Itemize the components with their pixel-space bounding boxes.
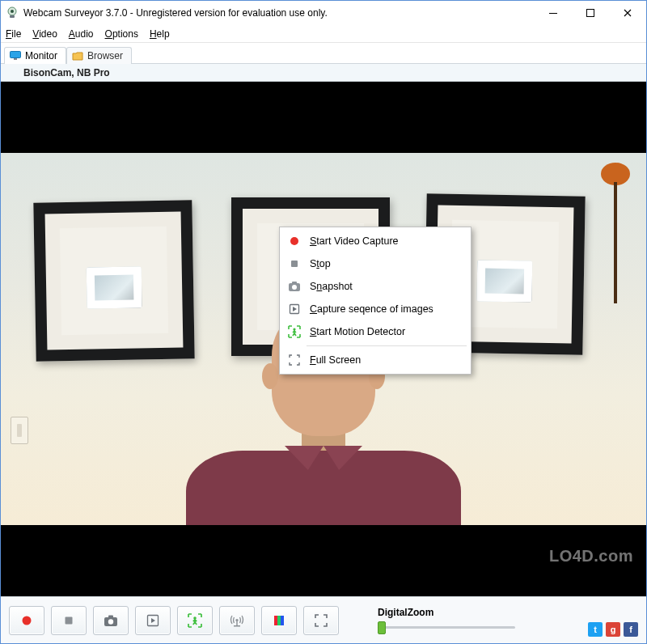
fullscreen-icon [287, 353, 302, 367]
record-button[interactable] [9, 606, 44, 635]
svg-rect-19 [108, 615, 113, 617]
svg-rect-2 [10, 15, 15, 18]
menu-video[interactable]: Video [32, 28, 57, 40]
camera-name-bar: BisonCam, NB Pro [1, 64, 646, 82]
googleplus-icon[interactable]: g [606, 622, 620, 637]
svg-point-13 [292, 285, 297, 290]
tab-monitor[interactable]: Monitor [4, 47, 66, 64]
cm-snapshot[interactable]: Snapshot Snapshot [282, 275, 468, 298]
svg-point-9 [290, 237, 298, 245]
stop-button[interactable] [51, 606, 87, 635]
app-icon [6, 6, 19, 19]
digital-zoom-label: DigitalZoom [378, 607, 433, 618]
facebook-icon[interactable]: f [624, 622, 638, 637]
app-window: Webcam Surveyor 3.7.0 - Unregistered ver… [0, 0, 647, 644]
cm-label: Capture seqence of images [310, 303, 433, 315]
cm-stop[interactable]: Stop Stop [282, 252, 468, 275]
cm-label: Start Video Capture [310, 235, 399, 247]
capture-sequence-button[interactable] [135, 606, 171, 635]
svg-rect-10 [291, 261, 298, 267]
bottom-toolbar: DigitalZoom t g f [1, 596, 646, 643]
menu-file[interactable]: File [6, 28, 21, 40]
svg-rect-24 [236, 621, 237, 625]
motion-icon [287, 324, 302, 339]
cm-capture-sequence[interactable]: Capture seqence of images Capture seqenc… [282, 298, 468, 320]
svg-rect-3 [549, 13, 557, 14]
cm-start-video-capture[interactable]: Start Video Capture Start Video Capture [282, 230, 468, 252]
svg-rect-17 [66, 616, 73, 624]
menu-audio[interactable]: Audio [69, 28, 94, 40]
twitter-icon[interactable]: t [588, 622, 603, 637]
cm-label: Start Motion Detector [310, 326, 405, 337]
context-menu-separator [307, 345, 467, 346]
svg-point-1 [11, 10, 14, 13]
camera-name: BisonCam, NB Pro [23, 67, 110, 78]
cm-label: Snapshot [310, 281, 353, 292]
watermark: LO4D.com [549, 547, 633, 566]
svg-rect-27 [277, 616, 281, 625]
light-switch-decor [11, 417, 28, 444]
svg-point-7 [601, 163, 630, 185]
cm-label: Full Screen [310, 354, 361, 366]
maximize-button[interactable] [572, 1, 609, 25]
cm-start-motion-detector[interactable]: Start Motion Detector Start Motion Detec… [282, 320, 468, 343]
svg-rect-25 [234, 625, 240, 627]
snapshot-button[interactable] [93, 606, 129, 635]
digital-zoom-slider[interactable] [378, 620, 515, 634]
slider-thumb[interactable] [378, 621, 386, 634]
tab-browser-label: Browser [87, 50, 123, 61]
svg-point-23 [235, 618, 238, 621]
close-button[interactable] [609, 1, 646, 25]
lamp-decor [599, 158, 632, 303]
svg-rect-12 [292, 282, 297, 284]
sequence-icon [287, 302, 302, 316]
svg-rect-8 [614, 182, 617, 303]
svg-point-16 [23, 616, 32, 625]
svg-rect-26 [274, 616, 277, 625]
motion-detect-button[interactable] [177, 606, 213, 635]
menu-options[interactable]: Options [105, 28, 138, 40]
fullscreen-button[interactable] [303, 606, 339, 635]
color-settings-button[interactable] [261, 606, 297, 635]
tabbar: Monitor Browser [1, 43, 646, 64]
svg-rect-6 [14, 58, 17, 60]
broadcast-button[interactable] [219, 606, 255, 635]
menu-help[interactable]: Help [150, 28, 170, 40]
monitor-icon [10, 51, 21, 61]
social-links: t g f [588, 622, 638, 637]
svg-rect-4 [587, 10, 594, 17]
cm-full-screen[interactable]: Full Screen Full Screen [282, 349, 468, 371]
background-frame [33, 200, 194, 361]
titlebar: Webcam Surveyor 3.7.0 - Unregistered ver… [1, 1, 646, 25]
menubar: File Video Audio Options Help File Video… [1, 25, 646, 43]
stop-icon [287, 256, 302, 271]
tab-monitor-label: Monitor [25, 50, 57, 61]
digital-zoom-area: DigitalZoom [378, 607, 515, 634]
minimize-button[interactable] [535, 1, 572, 25]
svg-point-20 [108, 619, 113, 624]
window-title: Webcam Surveyor 3.7.0 - Unregistered ver… [23, 7, 535, 19]
record-icon [287, 234, 302, 248]
tab-browser[interactable]: Browser [66, 47, 132, 64]
camera-icon [287, 279, 302, 294]
cm-label: Stop [310, 258, 331, 269]
context-menu: Start Video Capture Start Video Capture … [279, 227, 472, 375]
folder-icon [72, 51, 83, 61]
svg-rect-28 [281, 616, 284, 625]
svg-rect-5 [11, 52, 21, 58]
